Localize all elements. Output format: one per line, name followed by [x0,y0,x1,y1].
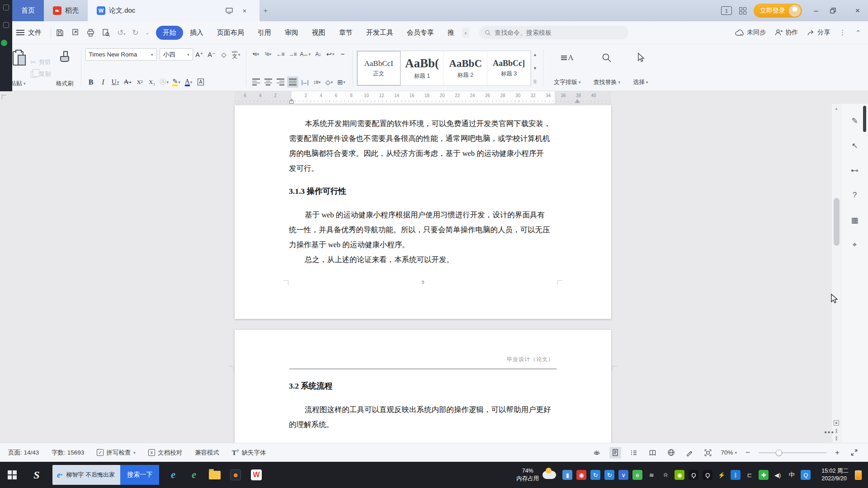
sync-tray-icon[interactable]: ↻ [590,470,600,480]
sort-icon[interactable]: A↓ [312,48,324,60]
ribbon-tab[interactable]: 开始 [156,26,183,40]
ink-annotation-icon[interactable] [684,447,695,459]
qq-penguin-tray-icon[interactable]: Ϙ [689,470,698,480]
document-text-line[interactable]: 发可行。 [289,161,557,176]
document-text-line[interactable]: 统一性，并具备优秀的导航功能。所以，只要会简单操作电脑的人员，可以无压 [289,222,557,237]
scrollbar-thumb[interactable] [834,198,840,246]
justify-icon[interactable] [287,76,298,88]
ribbon-tab[interactable]: 会员专享 [400,26,441,40]
document-text-line[interactable]: 流程图这样的工具可以直观反映出系统内部的操作逻辑，可以帮助用户更好 [289,402,557,417]
ie-taskbar-icon[interactable]: e [163,465,184,485]
usb-drive-tray-icon[interactable]: ▮ [562,470,572,480]
vertical-scrollbar[interactable]: ▲ ∧∧ ∨∨ [831,104,841,443]
font-color-icon[interactable]: A▾ [183,76,194,88]
tabs-overflow-icon[interactable]: › [462,28,469,38]
hamburger-menu-icon[interactable] [16,30,24,35]
format-painter-button[interactable]: 格式刷 [53,47,77,89]
document-page-13[interactable]: 本系统开发期间需要配置的软件环境，可以免费通过开发类官网下载安装，需要配置的硬件… [235,105,611,319]
more-options-icon[interactable]: ⋮ [839,28,846,37]
more-quick-icons-icon[interactable]: ⌄ [146,30,150,36]
document-page-14[interactable]: 毕业设计（论文） 3.2 系统流程流程图这样的工具可以直观反映出系统内部的操作逻… [235,330,611,443]
print-icon[interactable] [86,28,95,37]
page-view-icon[interactable] [609,447,621,459]
taskbar-clock[interactable]: 15:02 周二 2022/9/20 [821,467,849,483]
tab-home[interactable]: 首页 [12,0,44,21]
new-tab-icon[interactable]: ＋ [259,4,271,18]
bullet-list-icon[interactable]: •≡▾ [250,48,262,60]
bell-tray-icon[interactable]: ⍾ [660,470,670,480]
zoom-level[interactable]: 70%▾ [721,449,737,456]
ribbon-tab[interactable]: 章节 [332,26,359,40]
decrease-font-icon[interactable]: A⁻ [206,49,217,60]
restore-button[interactable] [830,8,844,14]
presentation-mode-icon[interactable] [223,0,235,21]
ribbon-tab[interactable]: 视图 [305,26,332,40]
sync-status-button[interactable]: 未同步 [735,28,766,37]
tab-document[interactable]: W 论文.doc × [88,0,259,21]
ruler[interactable]: 642246810121416182022242628303234363840 [0,91,868,104]
panel-handle[interactable] [863,106,866,132]
document-text-line[interactable]: 需要配置的硬件设备也不需要具备很高的性能，通常网吧电脑，或学校计算机机 [289,131,557,146]
share-button[interactable]: 分享 [807,28,830,37]
tab-stops-icon[interactable]: ┉ [337,48,348,60]
styles-scroll-up-icon[interactable]: ▲ [533,52,537,57]
close-document-icon[interactable]: × [239,0,250,21]
ocr-image-icon[interactable]: ▦ [847,212,863,228]
close-button[interactable]: × [851,6,864,15]
spellcheck-button[interactable]: ✓拼写检查▾ [97,449,136,457]
redo-icon[interactable]: ↻ [132,28,138,38]
bold-icon[interactable]: B [85,76,97,88]
increase-indent-icon[interactable]: →≡ [287,48,298,60]
style-preset[interactable]: AaBbCc] 标题 3 [487,51,531,85]
document-text-line[interactable]: 基于 web 的运动健康小程序根据用户使用习惯进行开发，设计的界面具有 [289,207,557,222]
book-view-icon[interactable] [646,447,658,459]
notification-center-icon[interactable] [855,470,862,480]
numbered-list-icon[interactable]: ¹≡▾ [263,48,274,60]
shading-icon[interactable]: ◇▾ [324,76,335,88]
navigation-pin-icon[interactable]: ⌖ [847,237,863,253]
scroll-up-icon[interactable]: ▲ [832,104,841,113]
underline-icon[interactable]: U▾ [110,76,121,88]
sogou-input-icon[interactable]: S [24,462,49,488]
word-count[interactable]: 字数: 15693 [52,449,84,457]
subscript-icon[interactable]: X₂ [146,76,158,88]
superscript-icon[interactable]: X² [134,76,146,88]
ruler-tool-icon[interactable]: ⊷ [847,163,863,178]
export-pdf-icon[interactable] [71,28,80,37]
nvidia-tray-icon[interactable]: ◉ [675,470,684,480]
document-text-line[interactable]: 3.1.3 操作可行性 [289,184,557,199]
window-switch-icon[interactable]: 1 [721,6,732,15]
document-area[interactable]: 本系统开发期间需要配置的软件环境，可以免费通过开发类官网下载安装，需要配置的硬件… [0,104,868,443]
help-icon[interactable]: ? [847,188,863,203]
ribbon-tab[interactable]: 开发工具 [359,26,400,40]
styles-more-icon[interactable]: ☰ [533,80,537,84]
document-text-line[interactable]: 总之，从上述的论证来看，本系统可以开发。 [289,252,557,267]
document-text-line[interactable]: 房的电脑都符合要求。因此，从经济方面考虑，基于 web 的运动健康小程序开 [289,146,557,161]
increase-font-icon[interactable]: A⁺ [194,49,205,60]
document-text-line[interactable]: 的理解系统。 [289,417,557,432]
minimize-button[interactable]: – [809,6,823,15]
qq-penguin2-tray-icon[interactable]: Ϙ [703,470,712,480]
page-indicator[interactable]: 页面: 14/43 [8,449,39,457]
ribbon-tab[interactable]: 页面布局 [210,26,251,40]
pinyin-guide-icon[interactable]: wén文▾ [231,49,242,60]
eye-protection-icon[interactable] [591,447,603,459]
memory-widget[interactable]: 74%内存占用 [516,467,556,483]
right-indent-marker[interactable] [575,99,580,103]
search-now-button[interactable]: 搜索一下 [120,465,159,485]
fullscreen-icon[interactable] [848,447,860,459]
usb-plug-tray-icon[interactable]: ⊏ [745,470,755,480]
line-spacing-icon[interactable]: ↕≡▾ [311,76,323,88]
security-cam-tray-icon[interactable]: ◉ [576,470,586,480]
browser360-taskbar-icon[interactable]: e [184,465,204,485]
start-button[interactable] [0,462,24,488]
select-button[interactable]: 选择▾ [627,47,655,89]
bluetooth-tray-icon[interactable]: ᛒ [731,470,741,480]
tab-docer[interactable]: ❧ 稻壳 [44,0,88,21]
power-tray-icon[interactable]: ⚡ [717,470,726,480]
more-view-tools-icon[interactable]: ••• [824,428,835,436]
proofread-button[interactable]: x文档校对 [148,449,182,457]
cut-button[interactable]: ✂剪切 [31,58,51,66]
previous-page-icon[interactable]: ∧∧ [835,429,838,433]
ribbon-tab[interactable]: 引用 [251,26,278,40]
